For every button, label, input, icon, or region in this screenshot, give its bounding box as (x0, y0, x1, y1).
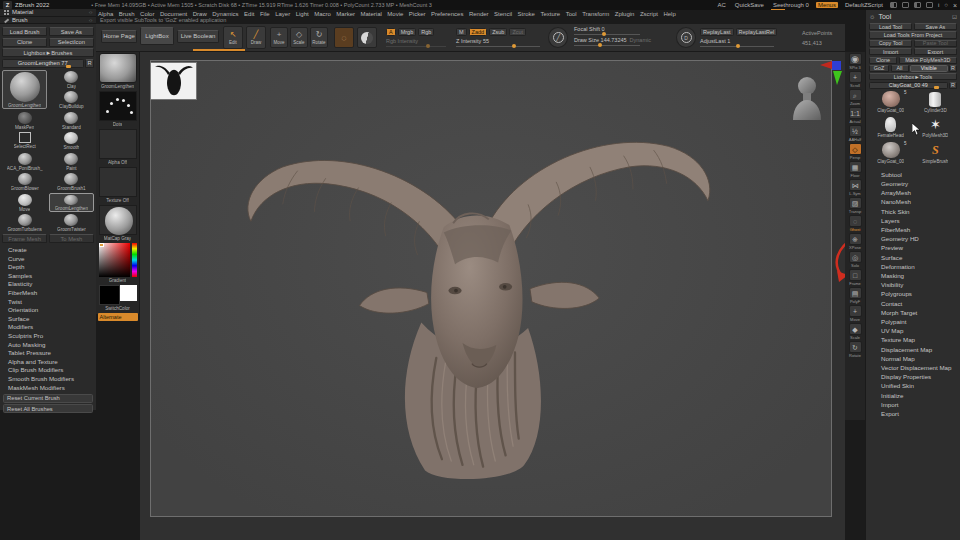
brush-thumb[interactable]: SelectRect (2, 131, 47, 150)
tool-section-item[interactable]: Surface (869, 253, 957, 262)
shelf-toggle-icon[interactable]: ◎ (849, 251, 862, 263)
color-picker[interactable]: Gradient (98, 243, 137, 283)
edit-button[interactable]: ↖ Edit (223, 26, 243, 49)
shelf-toggle[interactable]: ▨ Transp (849, 197, 862, 214)
tool-section-item[interactable]: Display Properties (869, 372, 957, 381)
shelf-toggle[interactable]: + Scroll (849, 71, 862, 88)
rgb-toggle[interactable]: Rgb (418, 28, 434, 36)
replay-button[interactable]: D (676, 27, 696, 48)
reset-all-brushes-button[interactable]: Reset All Brushes (3, 404, 93, 413)
shelf-toggle[interactable]: ⋈ L.Sym (849, 179, 862, 196)
brush-section-item[interactable]: Depth (2, 263, 94, 272)
material-selector[interactable]: MatCap Gray (98, 205, 137, 241)
brush-section-item[interactable]: Create (2, 246, 94, 255)
brush-section-item[interactable]: Modifiers (2, 323, 94, 332)
brush-thumb[interactable]: Smooth (49, 131, 94, 150)
menu-item[interactable]: Transform (582, 11, 609, 17)
shelf-toggle-icon[interactable]: □ (849, 269, 862, 281)
tool-section-item[interactable]: Masking (869, 271, 957, 280)
left-tray-toggle-icon[interactable] (890, 2, 897, 8)
tool-section-item[interactable]: Unified Skin (869, 381, 957, 390)
tool-section-item[interactable]: UV Map (869, 326, 957, 335)
brush-section-item[interactable]: FiberMesh (2, 289, 94, 298)
lightbox-brushes-button[interactable]: Lightbox►Brushes (2, 48, 94, 57)
shelf-toggle[interactable]: ◆ Scale (849, 323, 862, 340)
brush-section-item[interactable]: Samples (2, 272, 94, 281)
shelf-toggle-icon[interactable]: ↻ (849, 341, 862, 353)
menu-item[interactable]: Marker (336, 11, 355, 17)
tool-section-item[interactable]: Visibility (869, 280, 957, 289)
menu-item[interactable]: Brush (119, 11, 135, 17)
shelf-toggle[interactable]: ⌕ Zoom (849, 89, 862, 106)
zadd-toggle[interactable]: Zadd (469, 28, 488, 36)
import-tool-button[interactable]: Import (869, 48, 912, 55)
menu-item[interactable]: Tool (566, 11, 577, 17)
shelf-toggle[interactable]: ▤ PolyF (849, 287, 862, 304)
sculptris-pro-button[interactable]: ◌ (334, 27, 354, 48)
brush-thumb[interactable]: ACA_PoniBrush_ (2, 152, 47, 171)
info-icon[interactable]: i (938, 2, 939, 8)
color-picker-gradient[interactable] (99, 243, 137, 277)
slider-handle[interactable] (66, 65, 71, 68)
tool-section-item[interactable]: Thick Skin (869, 207, 957, 216)
save-as-button[interactable]: Save As (49, 27, 94, 36)
shelf-toggle[interactable]: + Move (849, 305, 862, 322)
tool-section-item[interactable]: Morph Target (869, 308, 957, 317)
tool-section-item[interactable]: Import (869, 400, 957, 409)
home-page-button[interactable]: Home Page (101, 30, 137, 43)
rgb-intensity-handle[interactable] (426, 44, 430, 48)
tool-section-item[interactable]: Initialize (869, 391, 957, 400)
switch-color[interactable]: SwitchColor (98, 285, 137, 311)
tool-section-item[interactable]: Deformation (869, 262, 957, 271)
shelf-toggle-icon[interactable]: ⌕ (849, 89, 862, 101)
tool-section-item[interactable]: Contact (869, 299, 957, 308)
shelf-toggle-icon[interactable]: ◆ (849, 323, 862, 335)
z-intensity-slider[interactable]: Z Intensity 55 (456, 38, 542, 44)
brush-section-item[interactable]: Clip Brush Modifiers (2, 366, 94, 375)
menu-item[interactable]: Layer (275, 11, 290, 17)
reset-current-brush-button[interactable]: Reset Current Brush (3, 394, 93, 403)
axis-gizmo[interactable] (818, 58, 848, 88)
goz-all-button[interactable]: All (891, 65, 909, 72)
save-tool-as-button[interactable]: Save As (914, 23, 957, 30)
tool-section-item[interactable]: Vector Displacement Map (869, 363, 957, 372)
tool-section-item[interactable]: Layers (869, 216, 957, 225)
goz-visible-button[interactable]: Visible (910, 65, 948, 72)
brush-thumb[interactable]: ClayBuildup (49, 90, 94, 109)
lightbox-button[interactable]: LightBox (140, 27, 174, 45)
tool-section-item[interactable]: Export (869, 409, 957, 418)
menu-item[interactable]: Macro (314, 11, 331, 17)
shelf-toggle-icon[interactable]: ▦ (849, 161, 862, 173)
pin-icon[interactable]: ⊡ (952, 13, 957, 20)
shelf-toggle-icon[interactable]: ▨ (849, 197, 862, 209)
shelf-toggle[interactable]: ※ XPose (849, 233, 862, 250)
focal-shift-slider[interactable]: Focal Shift 0 (574, 26, 666, 32)
shelf-toggle-icon[interactable]: + (849, 71, 862, 83)
tool-palette-header[interactable]: ☼ Tool ⊡ (869, 10, 957, 23)
tool-section-item[interactable]: Polygroups (869, 289, 957, 298)
brush-section-item[interactable]: Curve (2, 255, 94, 264)
shelf-toggle-icon[interactable]: ◇ (849, 143, 862, 155)
dynamic-toggle[interactable]: Dynamic (630, 37, 651, 43)
brush-thumb[interactable]: Move (2, 193, 47, 212)
rgb-intensity-slider[interactable]: Rgb Intensity (386, 38, 448, 44)
tool-name-slider[interactable]: ClayGoat_00 49 (869, 82, 948, 89)
gradient-button[interactable]: Gradient (109, 278, 127, 283)
brush-thumb-active[interactable]: GroomLengthen (49, 193, 94, 212)
rotate-button[interactable]: ↻ Rotate (310, 27, 328, 48)
adjust-last-slider[interactable]: AdjustLast 1 (700, 38, 796, 44)
brush-section-item[interactable]: Sculptris Pro (2, 332, 94, 341)
tool-section-item[interactable]: Geometry (869, 179, 957, 188)
menu-item[interactable]: Draw (193, 11, 207, 17)
dynamic-subdiv-button[interactable] (357, 27, 377, 48)
menu-item[interactable]: Zplugin (615, 11, 635, 17)
menu-item[interactable]: Material (361, 11, 382, 17)
tool-section-item[interactable]: NanoMesh (869, 197, 957, 206)
brush-thumb[interactable]: GroomBrush1 (49, 172, 94, 191)
secondary-color-swatch[interactable] (120, 285, 137, 301)
brush-thumb[interactable]: Clay (49, 70, 94, 89)
tool-section-item[interactable]: Polypaint (869, 317, 957, 326)
shelf-toggle[interactable]: ◎ Solo (849, 251, 862, 268)
tool-section-item[interactable]: Normal Map (869, 354, 957, 363)
brush-thumb[interactable]: MaskPen (2, 111, 47, 130)
